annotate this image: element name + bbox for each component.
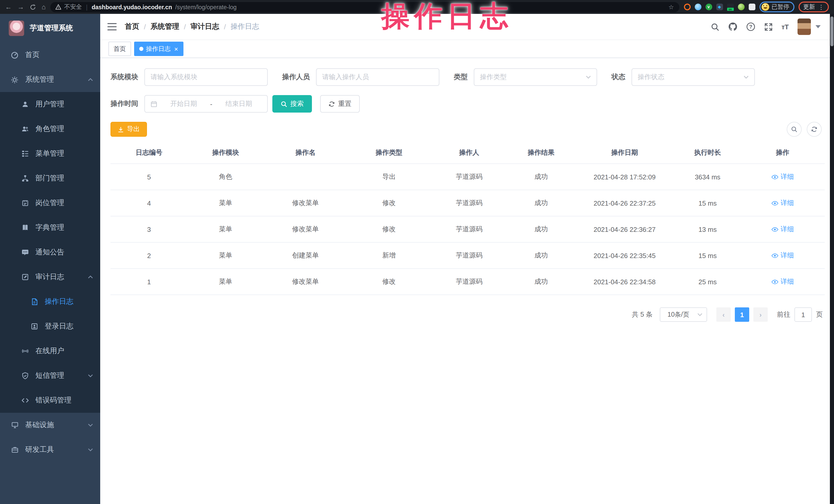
users-icon [21, 126, 29, 133]
forward-icon[interactable]: → [18, 3, 24, 11]
update-label: 更新 [803, 3, 815, 11]
detail-link[interactable]: 详细 [771, 198, 794, 208]
extension-icon[interactable] [738, 4, 744, 10]
login-log-icon [30, 323, 39, 330]
breadcrumb-audit[interactable]: 审计日志 [191, 22, 219, 31]
page-size-select[interactable]: 10条/页 [660, 307, 707, 322]
navbar-actions: ? ᴛT [710, 19, 821, 35]
sidebar-item-label: 字典管理 [36, 223, 64, 232]
search-toggle-icon[interactable] [787, 122, 802, 137]
cell-type: 修改 [347, 268, 431, 295]
fullscreen-icon[interactable] [764, 22, 773, 31]
help-icon[interactable]: ? [746, 22, 755, 31]
detail-link[interactable]: 详细 [771, 277, 794, 286]
module-input[interactable]: 请输入系统模块 [145, 68, 268, 86]
tag-operate-log[interactable]: 操作日志 × [134, 42, 183, 56]
table-row: 3 菜单 修改菜单 修改 芋道源码 成功 2021-04-26 22:36:27… [110, 216, 825, 242]
breadcrumb-home[interactable]: 首页 [125, 22, 139, 31]
chevron-down-icon [744, 75, 749, 79]
detail-link[interactable]: 详细 [771, 172, 794, 181]
back-icon[interactable]: ← [5, 3, 12, 11]
extensions-puzzle-icon[interactable] [748, 4, 755, 10]
end-date-placeholder: 结束日期 [216, 99, 262, 108]
status-label: 状态 [612, 72, 626, 82]
sidebar-item-users[interactable]: 用户管理 [0, 92, 100, 117]
sidebar-item-login-log[interactable]: 登录日志 [0, 314, 100, 339]
table-row: 5 角色 导出 芋道源码 成功 2021-04-28 17:52:09 3634… [110, 164, 825, 190]
sidebar-item-online-users[interactable]: 在线用户 [0, 339, 100, 364]
warning-icon [56, 4, 61, 10]
extension-icon[interactable] [684, 4, 690, 10]
sidebar-item-audit-log[interactable]: 审计日志 [0, 265, 100, 289]
cell-log-id: 5 [110, 164, 188, 190]
address-bar[interactable]: 不安全 | dashboard.yudao.iocoder.cn /system… [50, 2, 679, 12]
reset-button[interactable]: 重置 [320, 95, 360, 113]
user-avatar[interactable] [797, 19, 811, 35]
cell-result: 成功 [508, 268, 574, 295]
cell-name [264, 164, 347, 190]
sidebar-logo[interactable]: 芋道管理系统 [0, 14, 100, 43]
refresh-icon[interactable] [807, 122, 822, 137]
window-scrollbar[interactable] [830, 14, 834, 504]
breadcrumb: 首页 / 系统管理 / 审计日志 / 操作日志 [125, 22, 259, 31]
sidebar-item-departments[interactable]: 部门管理 [0, 166, 100, 191]
close-icon[interactable]: × [174, 45, 178, 52]
reload-icon[interactable] [30, 4, 36, 10]
type-select[interactable]: 操作类型 [474, 68, 597, 86]
sidebar-item-infrastructure[interactable]: 基础设施 [0, 413, 100, 437]
export-button[interactable]: 导出 [110, 122, 147, 137]
search-button[interactable]: 搜索 [272, 95, 312, 113]
signal-icon [21, 348, 29, 355]
col-operator: 操作人 [431, 142, 508, 164]
detail-label: 详细 [781, 198, 794, 208]
extension-icon[interactable]: on [727, 4, 733, 10]
extension-icon[interactable]: v [705, 4, 712, 10]
sidebar-toggle-icon[interactable] [107, 23, 117, 30]
cell-duration: 15 ms [675, 242, 741, 268]
date-range-input[interactable]: 开始日期 - 结束日期 [145, 95, 268, 113]
search-icon[interactable] [710, 22, 719, 31]
github-icon[interactable] [728, 22, 737, 31]
bookmark-star-icon[interactable]: ☆ [668, 3, 674, 10]
caret-down-icon[interactable] [815, 25, 821, 28]
profile-paused-badge[interactable]: 已暂停 [759, 2, 794, 12]
tag-home[interactable]: 首页 [108, 42, 131, 56]
prev-page-button[interactable]: ‹ [716, 307, 731, 322]
page-1-button[interactable]: 1 [735, 307, 749, 322]
browser-menu-icon[interactable]: ⋮ [818, 3, 824, 10]
screen: ← → ⌂ 不安全 | dashboard.yudao.iocoder.cn /… [0, 0, 834, 504]
detail-link[interactable]: 详细 [771, 225, 794, 234]
operator-input[interactable]: 请输入操作人员 [316, 68, 439, 86]
sidebar-item-notices[interactable]: 通知公告 [0, 240, 100, 265]
placeholder: 请输入操作人员 [322, 72, 369, 82]
extension-icon[interactable] [695, 4, 701, 10]
next-page-button[interactable]: › [753, 307, 768, 322]
browser-update-button[interactable]: 更新 ⋮ [798, 2, 829, 12]
sidebar-item-posts[interactable]: 岗位管理 [0, 191, 100, 215]
sidebar-item-dev-tools[interactable]: 研发工具 [0, 437, 100, 462]
sidebar-item-sms[interactable]: 短信管理 [0, 364, 100, 388]
chevron-down-icon [88, 423, 93, 426]
browser-nav: ← → ⌂ [5, 3, 46, 11]
sidebar-item-menus[interactable]: 菜单管理 [0, 141, 100, 166]
extension-icon[interactable]: ◆ [716, 4, 723, 10]
goto-page-input[interactable]: 1 [794, 307, 812, 322]
security-label[interactable]: 不安全 [64, 3, 82, 11]
sidebar-item-label: 部门管理 [36, 174, 64, 183]
cell-module: 菜单 [188, 268, 264, 295]
status-select[interactable]: 操作状态 [632, 68, 755, 86]
scrollbar-thumb[interactable] [830, 17, 833, 46]
breadcrumb-system[interactable]: 系统管理 [151, 22, 179, 31]
font-size-icon[interactable]: ᴛT [781, 23, 789, 30]
sidebar-item-system[interactable]: 系统管理 [0, 67, 100, 92]
sidebar-item-error-codes[interactable]: 错误码管理 [0, 388, 100, 413]
breadcrumb-separator: / [144, 23, 146, 31]
sidebar-item-home[interactable]: 首页 [0, 43, 100, 67]
home-icon[interactable]: ⌂ [42, 3, 46, 11]
pagination: 共 5 条 10条/页 ‹ 1 › 前往 1 页 [110, 307, 823, 342]
cell-module: 菜单 [188, 190, 264, 216]
sidebar-item-roles[interactable]: 角色管理 [0, 117, 100, 141]
sidebar-item-dictionary[interactable]: 字典管理 [0, 215, 100, 240]
detail-link[interactable]: 详细 [771, 251, 794, 260]
sidebar-item-operate-log[interactable]: 操作日志 [0, 289, 100, 314]
